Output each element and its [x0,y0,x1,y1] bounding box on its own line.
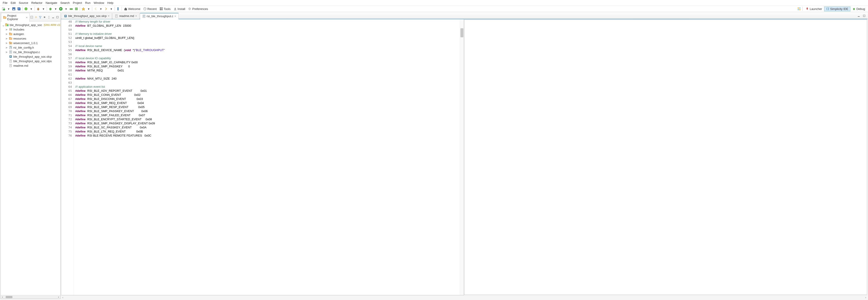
scroll-thumb[interactable] [6,296,12,298]
braces-icon [826,7,829,10]
close-icon[interactable]: × [135,14,137,18]
expand-toggle[interactable]: > [5,28,8,31]
scroll-left-icon[interactable]: ‹ [61,296,65,299]
overview-ruler[interactable] [460,19,464,295]
expand-toggle[interactable] [5,55,8,58]
open-perspective-button[interactable] [797,6,802,11]
maximize-button[interactable] [55,15,59,19]
menu-edit[interactable]: Edit [9,0,17,5]
install-button[interactable]: Install [172,6,187,11]
expand-toggle[interactable] [5,59,8,63]
expand-toggle[interactable]: > [5,41,8,45]
scroll-right-icon[interactable]: › [864,296,868,299]
tree-item[interactable]: ble_throughput_app_soc.slcp [1,54,60,59]
menu-window[interactable]: Window [92,0,105,5]
back-dropdown[interactable]: ▾ [98,6,103,11]
tree-item[interactable]: >autogen [1,32,60,36]
editor-tab[interactable]: readme.md× [112,13,139,19]
menu-project[interactable]: Project [71,0,83,5]
debug-dropdown[interactable]: ▾ [53,6,58,11]
new-dropdown[interactable]: ▾ [6,6,11,11]
filter-button[interactable] [38,15,42,19]
focus-button[interactable] [42,15,46,19]
profile-dropdown[interactable]: ▾ [29,6,34,11]
tree-item[interactable]: >wiseconnect_1.0.1 [1,41,60,45]
expand-toggle[interactable]: > [5,32,8,36]
minimize-button[interactable] [51,15,55,19]
menu-search[interactable]: Search [59,0,71,5]
menu-refactor[interactable]: Refactor [30,0,44,5]
run-button[interactable] [58,6,63,11]
scroll-right-icon[interactable]: › [57,295,60,299]
project-explorer-tab[interactable]: Project Explorer × [1,13,30,22]
overview-position[interactable] [460,28,463,37]
svg-point-6 [25,7,27,10]
save-all-button[interactable] [17,6,22,11]
perspective-simplicity-ide[interactable]: Simplicity IDE [824,6,850,11]
build-dropdown[interactable]: ▾ [41,6,46,11]
maximize-editor-button[interactable] [862,13,867,18]
cfile-icon: c [9,50,12,54]
expand-toggle[interactable]: > [5,37,8,40]
run-dropdown[interactable]: ▾ [64,6,68,11]
svg-rect-23 [799,9,800,10]
close-icon[interactable]: × [175,14,176,18]
back-button[interactable] [93,6,98,11]
welcome-button[interactable]: Welcome [123,6,142,11]
tree-item-label: wiseconnect_1.0.1 [13,41,38,45]
forward-dropdown[interactable]: ▾ [109,6,114,11]
search-button[interactable] [81,6,86,11]
svg-point-1 [3,8,5,10]
forward-button[interactable] [103,6,108,11]
editor-tab[interactable]: ble_throughput_app_soc.slcp× [61,13,112,19]
menu-source[interactable]: Source [18,0,29,5]
tree-item[interactable]: >Includes [1,27,60,32]
tree-item[interactable]: ble_throughput_app_soc.slps [1,59,60,63]
close-icon[interactable]: × [108,14,110,18]
menu-run[interactable]: Run [84,0,92,5]
tree-item[interactable]: readme.md [1,63,60,68]
code-editor[interactable]: 4849505152535455565758596061626364656667… [61,19,464,295]
minimize-editor-button[interactable] [856,13,861,18]
profile-button[interactable] [24,6,29,11]
tree-item[interactable]: >hrsi_ble_config.h [1,45,60,50]
tree-root[interactable]: ⌄ ble_throughput_app_soc [GNU ARM v10. [1,23,60,27]
board-button[interactable] [74,6,79,11]
separator [115,7,115,11]
expand-toggle[interactable] [5,64,8,67]
project-tree[interactable]: ⌄ ble_throughput_app_soc [GNU ARM v10. >… [1,22,60,295]
save-button[interactable] [11,6,16,11]
flash-button[interactable] [69,6,74,11]
link-editor-button[interactable] [34,15,38,19]
new-button[interactable] [1,6,6,11]
download-icon [174,7,177,10]
view-menu-button[interactable]: ⋮ [47,15,51,19]
horizontal-scrollbar[interactable]: ‹ › [1,295,60,299]
menu-navigate[interactable]: Navigate [44,0,59,5]
scroll-left-icon[interactable]: ‹ [1,295,4,299]
expand-toggle[interactable]: ⌄ [2,23,4,27]
expand-toggle[interactable]: > [5,51,8,54]
preferences-button[interactable]: Preferences [187,6,209,11]
svg-rect-41 [9,33,10,33]
debug-button[interactable] [48,6,53,11]
toggle-mark-button[interactable] [116,6,121,11]
perspective-debug[interactable]: Debug [850,6,867,11]
build-button[interactable] [36,6,41,11]
close-icon[interactable]: × [26,16,28,19]
editor-horizontal-scrollbar[interactable]: ‹ › [61,295,868,299]
menu-help[interactable]: Help [106,0,115,5]
svg-rect-21 [799,7,800,8]
expand-toggle[interactable]: > [5,46,8,49]
tree-item[interactable]: >crsi_ble_throughput.c [1,50,60,54]
menu-file[interactable]: File [1,0,9,5]
svg-point-19 [189,8,190,9]
recent-button[interactable]: Recent [142,6,158,11]
tree-item[interactable]: >resources [1,36,60,41]
tools-button[interactable]: Tools [158,6,172,11]
search-dropdown[interactable]: ▾ [86,6,91,11]
editor-tab[interactable]: crsi_ble_throughput.c× [140,13,179,19]
perspective-launcher[interactable]: Launcher [804,6,824,11]
collapse-all-button[interactable] [30,15,34,19]
code-content[interactable]: //! Memory length for driver #define BT_… [74,19,460,295]
